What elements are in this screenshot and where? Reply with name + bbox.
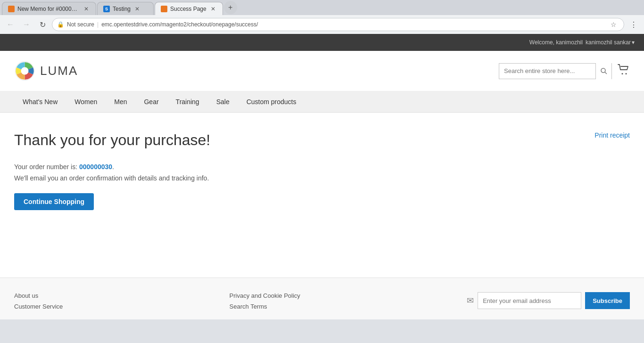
tab-new-memo[interactable]: New Memo for #000000... ✕ bbox=[2, 2, 96, 15]
address-bar-icons: ☆ bbox=[608, 19, 619, 30]
newsletter-input[interactable] bbox=[478, 292, 581, 309]
tab-label-2: Testing bbox=[113, 6, 131, 12]
top-bar: Welcome, kanimozhil kanimozhil sankar ▾ bbox=[0, 34, 644, 51]
svg-point-2 bbox=[601, 68, 605, 73]
url-separator: | bbox=[97, 21, 99, 28]
tab-close-3[interactable]: ✕ bbox=[209, 5, 217, 13]
svg-point-4 bbox=[622, 73, 623, 74]
nav-item-gear[interactable]: Gear bbox=[135, 91, 167, 112]
tab-close-2[interactable]: ✕ bbox=[133, 5, 141, 13]
address-bar-row: ← → ↻ 🔒 Not secure | emc.opentestdrive.c… bbox=[0, 15, 644, 34]
print-receipt-link[interactable]: Print receipt bbox=[594, 131, 630, 139]
address-bar[interactable]: 🔒 Not secure | emc.opentestdrive.com/mag… bbox=[52, 18, 624, 31]
site-footer: About us Customer Service Privacy and Co… bbox=[0, 278, 644, 319]
subscribe-button[interactable]: Subscribe bbox=[585, 292, 630, 309]
main-content: Thank you for your purchase! Print recei… bbox=[0, 113, 644, 278]
svg-point-1 bbox=[21, 67, 29, 75]
browser-menu-button[interactable]: ⋮ bbox=[627, 18, 640, 31]
continue-shopping-button[interactable]: Continue Shopping bbox=[14, 193, 94, 210]
url-text: emc.opentestdrive.com/magento2/checkout/… bbox=[101, 21, 605, 28]
tab-label-1: New Memo for #000000... bbox=[17, 6, 80, 12]
nav-item-whats-new[interactable]: What's New bbox=[14, 91, 66, 112]
nav-item-custom-products[interactable]: Custom products bbox=[238, 91, 305, 112]
order-info: Your order number is: 000000030. bbox=[14, 163, 630, 171]
site-header: LUMA bbox=[0, 51, 644, 91]
footer-col-2: Privacy and Cookie Policy Search Terms bbox=[230, 292, 300, 310]
tab-label-3: Success Page bbox=[170, 6, 206, 12]
email-confirmation-text: We'll email you an order confirmation wi… bbox=[14, 174, 630, 182]
order-suffix: . bbox=[112, 163, 114, 171]
page-wrapper: Welcome, kanimozhil kanimozhil sankar ▾ bbox=[0, 34, 644, 319]
logo-area[interactable]: LUMA bbox=[14, 60, 78, 82]
svg-line-3 bbox=[605, 72, 607, 74]
email-icon: ✉ bbox=[467, 295, 474, 306]
forward-button[interactable]: → bbox=[20, 18, 33, 31]
dropdown-arrow: ▾ bbox=[632, 39, 635, 46]
cart-button[interactable] bbox=[618, 64, 630, 78]
tab-success-page[interactable]: Success Page ✕ bbox=[155, 2, 223, 15]
order-number-link[interactable]: 000000030 bbox=[79, 163, 112, 171]
header-right bbox=[499, 63, 630, 79]
logo-text: LUMA bbox=[40, 64, 78, 78]
lock-icon: 🔒 bbox=[57, 21, 64, 28]
search-input[interactable] bbox=[499, 64, 595, 79]
nav-item-men[interactable]: Men bbox=[106, 91, 135, 112]
user-dropdown[interactable]: kanimozhil sankar ▾ bbox=[586, 39, 635, 46]
tab-favicon-3 bbox=[161, 6, 167, 12]
tab-close-1[interactable]: ✕ bbox=[83, 5, 90, 13]
bookmark-button[interactable]: ☆ bbox=[608, 19, 619, 30]
search-icon bbox=[601, 68, 607, 74]
order-prefix: Your order number is: bbox=[14, 163, 79, 171]
user-name: kanimozhil sankar bbox=[586, 39, 631, 46]
footer-link-search-terms[interactable]: Search Terms bbox=[230, 303, 300, 310]
footer-col-1: About us Customer Service bbox=[14, 292, 63, 310]
welcome-text: Welcome, kanimozhil bbox=[529, 39, 583, 46]
tab-testing[interactable]: S Testing ✕ bbox=[97, 2, 154, 15]
tab-bar: New Memo for #000000... ✕ S Testing ✕ Su… bbox=[0, 0, 644, 15]
footer-link-about-us[interactable]: About us bbox=[14, 292, 63, 299]
back-button[interactable]: ← bbox=[4, 18, 17, 31]
reload-button[interactable]: ↻ bbox=[36, 18, 49, 31]
search-bar bbox=[499, 63, 612, 79]
nav-item-training[interactable]: Training bbox=[167, 91, 208, 112]
svg-point-5 bbox=[626, 73, 627, 74]
cart-icon bbox=[618, 64, 630, 75]
new-tab-button[interactable]: + bbox=[224, 1, 237, 14]
footer-link-privacy-policy[interactable]: Privacy and Cookie Policy bbox=[230, 292, 300, 299]
main-nav: What's New Women Men Gear Training Sale … bbox=[0, 91, 644, 113]
footer-newsletter: ✉ Subscribe bbox=[467, 292, 630, 309]
tab-favicon-2: S bbox=[103, 6, 110, 12]
nav-item-sale[interactable]: Sale bbox=[208, 91, 238, 112]
thank-you-title: Thank you for your purchase! bbox=[14, 131, 630, 149]
search-button[interactable] bbox=[595, 63, 611, 79]
footer-link-customer-service[interactable]: Customer Service bbox=[14, 303, 63, 310]
nav-item-women[interactable]: Women bbox=[66, 91, 106, 112]
tab-favicon-1 bbox=[8, 6, 15, 12]
not-secure-label: Not secure bbox=[67, 21, 94, 28]
logo-icon bbox=[14, 60, 35, 82]
